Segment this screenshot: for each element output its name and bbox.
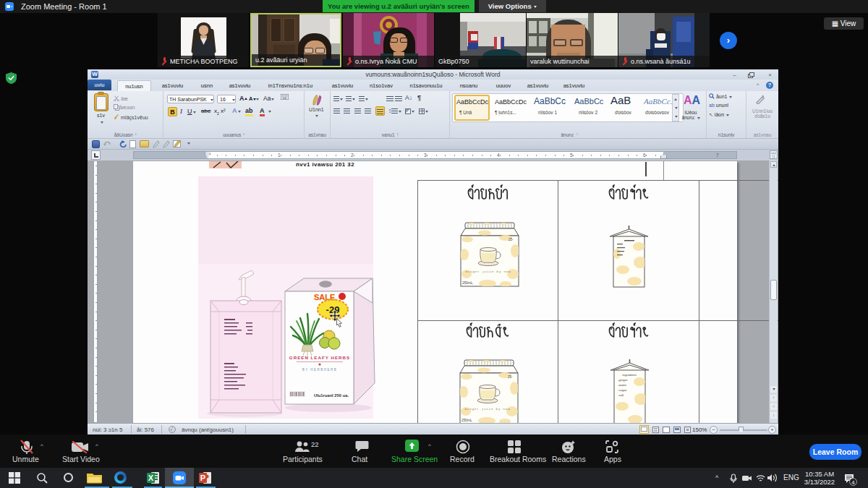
svg-text:GREEN LEAFY HERBS: GREEN LEAFY HERBS bbox=[289, 355, 350, 360]
svg-text:P: P bbox=[200, 474, 205, 482]
svg-text:BY HERBHERB: BY HERBHERB bbox=[302, 368, 338, 372]
svg-text:X: X bbox=[148, 474, 154, 482]
svg-text:Uĩu1ruanĩ 250 ua.: Uĩu1ruanĩ 250 ua. bbox=[314, 393, 349, 398]
